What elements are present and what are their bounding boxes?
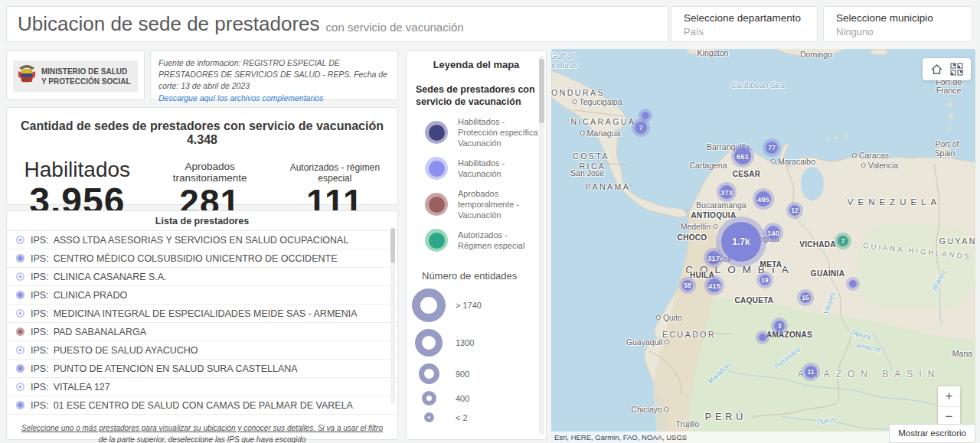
size-legend-label: 1300 — [456, 338, 474, 347]
provider-prefix: IPS: — [31, 345, 49, 356]
provider-category-icon — [16, 254, 24, 262]
provider-name: CLINICA PRADO — [54, 290, 128, 301]
provider-name: MEDICINA INTEGRAL DE ESPECIALIDADES MEID… — [54, 308, 358, 319]
list-item[interactable]: IPS:CLINICA PRADO — [7, 286, 397, 305]
provider-prefix: IPS: — [31, 290, 49, 301]
map-cluster-bubble[interactable]: 140 — [766, 226, 780, 239]
map-cluster-bubble[interactable]: 7 — [635, 122, 647, 134]
map-zoom-control: + − — [938, 386, 960, 426]
provider-category-icon — [16, 364, 24, 373]
map-city-label: Medellín — [681, 222, 718, 231]
legend-color-core — [429, 233, 445, 249]
map-city-label: Tegucigalpa — [572, 97, 622, 106]
provider-category-icon — [16, 401, 24, 409]
legend-categories: Habilitados - Protección específica Vacu… — [407, 116, 546, 252]
size-legend-label: > 1740 — [456, 301, 482, 310]
size-ring-box — [407, 412, 451, 422]
scrollbar-thumb[interactable] — [390, 228, 395, 263]
map-label: HUILA — [690, 271, 714, 279]
map[interactable]: KingstonDomingoGulf ofHondurasCaribbean … — [551, 49, 975, 443]
map-cluster-bubble[interactable]: 373 — [720, 185, 733, 199]
size-ring-icon — [415, 329, 443, 357]
map-city-label: Chiclayo — [631, 405, 668, 414]
summary-card: Cantidad de sedes de prestadores con ser… — [6, 107, 398, 205]
list-item[interactable]: IPS:VITALEA 127 — [7, 378, 397, 396]
map-cluster-bubble[interactable]: 12 — [789, 205, 800, 216]
provider-prefix: IPS: — [31, 253, 49, 264]
provider-name: ASSO LTDA ASESORIAS Y SERVICIOS EN SALUD… — [54, 235, 349, 246]
map-cluster-bubble[interactable]: 77 — [766, 142, 778, 154]
ministry-name: MINISTERIO DE SALUDY PROTECCIÓN SOCIAL — [41, 67, 131, 86]
show-desktop-button[interactable]: Mostrar escritorio — [889, 424, 975, 443]
list-item[interactable]: IPS:PAD SABANALARGA — [7, 323, 397, 341]
map-cluster-bubble[interactable]: 19 — [760, 275, 770, 285]
department-filter-dropdown[interactable]: Seleccione departamento País — [671, 6, 818, 42]
city-marker-icon — [656, 315, 661, 320]
home-extent-button[interactable] — [930, 64, 943, 75]
size-ring-box — [407, 391, 451, 406]
zoom-in-button[interactable]: + — [938, 386, 960, 407]
map-cluster-bubble[interactable] — [642, 112, 649, 119]
map-cluster-bubble[interactable] — [849, 280, 857, 288]
page-title-card: Ubicacion de sede de prestadores con ser… — [6, 6, 668, 42]
provider-name: CENTRO MÉDICO COLSUBSIDIO UNICENTRO DE O… — [54, 253, 338, 264]
list-item[interactable]: IPS:CENTRO MÉDICO COLSUBSIDIO UNICENTRO … — [7, 249, 397, 268]
basemap-gallery-button[interactable] — [950, 63, 963, 76]
list-item[interactable]: IPS:01 ESE CENTRO DE SALUD CON CAMAS DE … — [7, 396, 397, 415]
size-legend-row: 900 — [407, 363, 546, 384]
provider-category-icon — [16, 309, 24, 318]
legend-item: Aprobados temporalmente - Vacunación — [425, 188, 540, 220]
legend-scrollbar[interactable] — [539, 56, 544, 435]
municipality-filter-value[interactable]: Ninguno — [836, 26, 959, 37]
list-item[interactable]: IPS:MEDICINA INTEGRAL DE ESPECIALIDADES … — [7, 305, 397, 323]
provider-name: PUESTO DE SALUD AYACUCHO — [54, 345, 198, 356]
map-cluster-bubble[interactable]: 3 — [774, 321, 785, 331]
map-cluster-bubble[interactable]: 58 — [682, 280, 693, 291]
map-cluster-bubble[interactable]: 7 — [838, 236, 848, 246]
provider-prefix: IPS: — [31, 400, 49, 411]
map-cluster-bubble[interactable]: 651 — [734, 148, 751, 164]
providers-list: IPS:ASSO LTDA ASESORIAS Y SERVICIOS EN S… — [7, 231, 397, 415]
map-cluster-bubble[interactable]: 1.7k — [721, 222, 761, 262]
map-cluster-bubble[interactable]: 317 — [707, 251, 720, 265]
list-item[interactable]: IPS:PUESTO DE SALUD AYACUCHO — [7, 341, 397, 360]
map-city-label: San Jose — [570, 168, 604, 178]
map-cluster-bubble[interactable]: 15 — [800, 292, 811, 303]
map-cluster-bubble[interactable] — [759, 334, 766, 341]
legend-color-core — [429, 197, 445, 213]
department-filter-value[interactable]: País — [684, 26, 805, 37]
legend-item-label: Autorizados - Régimen especial — [458, 230, 540, 251]
map-city-label: Valencia — [861, 161, 899, 170]
provider-prefix: IPS: — [31, 235, 49, 246]
municipality-filter-dropdown[interactable]: Seleccione municipio Ninguno — [823, 6, 972, 42]
providers-scrollbar[interactable] — [390, 228, 395, 404]
map-cluster-bubble[interactable]: 11 — [805, 366, 817, 378]
department-filter-label: Seleccione departamento — [684, 12, 805, 24]
map-label: VICHADA — [799, 240, 836, 249]
summary-title: Cantidad de sedes de prestadores con ser… — [7, 119, 397, 147]
provider-category-icon — [16, 291, 24, 299]
map-city-label: Managua — [580, 129, 621, 138]
source-card: Fuente de informacion: REGISTRO ESPECIAL… — [150, 50, 398, 100]
map-cluster-bubble[interactable]: 495 — [756, 191, 771, 207]
legend-title: Leyenda del mapa — [407, 51, 546, 70]
map-label: AMAZON BASIN — [798, 369, 941, 379]
city-marker-icon — [580, 131, 585, 135]
legend-item: Habilitados - Vacunación — [425, 157, 540, 180]
map-city-label: Domingo — [800, 50, 832, 59]
download-files-link[interactable]: Descargue aquí los archivos complementar… — [158, 93, 390, 103]
city-marker-icon — [665, 340, 669, 344]
map-label: COSTA — [573, 151, 609, 161]
list-item[interactable]: IPS:CLINICA CASANARE S.A. — [7, 268, 397, 286]
metric-label: Autorizados - régimen especial — [273, 162, 397, 184]
provider-category-icon — [16, 346, 24, 354]
legend-item: Autorizados - Régimen especial — [425, 229, 540, 252]
map-label: VENEZUELA — [848, 197, 941, 207]
map-cluster-bubble[interactable]: 415 — [707, 279, 721, 292]
map-city-label: Cartagena — [689, 161, 727, 170]
list-item[interactable]: IPS:PUNTO DE ATENCIÓN EN SALUD SURA CAST… — [7, 360, 397, 378]
list-item[interactable]: IPS:ASSO LTDA ASESORIAS Y SERVICIOS EN S… — [7, 231, 397, 249]
provider-category-icon — [16, 236, 24, 244]
map-city-label: Trujillo — [676, 419, 700, 428]
scrollbar-thumb[interactable] — [539, 59, 544, 123]
